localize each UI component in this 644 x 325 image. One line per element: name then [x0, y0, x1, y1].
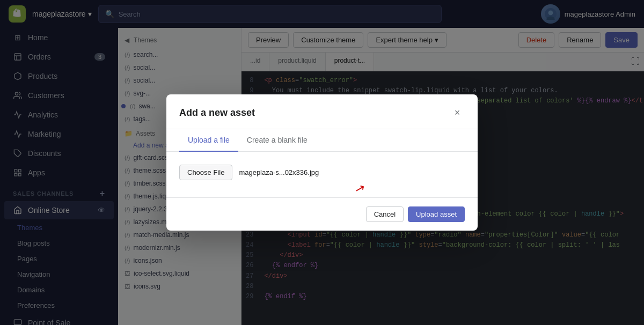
tab-create-blank[interactable]: Create a blank file	[238, 129, 316, 152]
tab-upload-file[interactable]: Upload a file	[179, 129, 238, 152]
choose-file-button[interactable]: Choose File	[179, 165, 232, 180]
modal-body: Choose File mageplaza-s...02x336.jpg	[166, 152, 478, 197]
modal-overlay[interactable]: Add a new asset × Upload a file Create a…	[0, 0, 644, 325]
modal-header: Add a new asset ×	[166, 94, 478, 129]
modal-title: Add a new asset	[179, 107, 255, 119]
cancel-button[interactable]: Cancel	[366, 206, 404, 222]
modal-close-button[interactable]: ×	[450, 105, 465, 120]
modal-footer: ↗ Cancel Upload asset	[166, 197, 478, 231]
add-asset-modal: Add a new asset × Upload a file Create a…	[166, 94, 478, 231]
upload-asset-button[interactable]: Upload asset	[408, 206, 465, 222]
file-input-row: Choose File mageplaza-s...02x336.jpg	[179, 165, 465, 180]
selected-file-name: mageplaza-s...02x336.jpg	[239, 168, 319, 176]
modal-tabs: Upload a file Create a blank file	[166, 129, 478, 152]
